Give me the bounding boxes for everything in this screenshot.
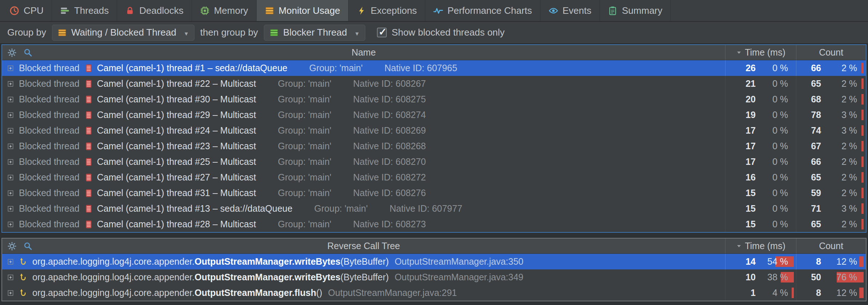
expander-plus-icon[interactable] bbox=[7, 143, 14, 150]
count-percent-cell: 3 % bbox=[831, 201, 866, 216]
tab-events[interactable]: Events bbox=[541, 0, 600, 21]
time-percent-cell: 0 % bbox=[761, 123, 796, 138]
blocked-thread-row[interactable]: Blocked threadCamel (camel-1) thread #31… bbox=[2, 185, 866, 201]
blocked-thread-icon bbox=[85, 204, 92, 213]
blocked-thread-row[interactable]: Blocked threadCamel (camel-1) thread #30… bbox=[2, 92, 866, 107]
expander-plus-icon[interactable] bbox=[7, 290, 14, 296]
thread-kind-label: Blocked thread bbox=[19, 188, 80, 198]
blocked-thread-row[interactable]: Blocked threadCamel (camel-1) thread #28… bbox=[2, 216, 866, 232]
group-by-combo[interactable]: Waiting / Blocked Thread bbox=[52, 25, 194, 41]
tab-memory[interactable]: Memory bbox=[192, 0, 257, 21]
thread-row-name-cell: Blocked threadCamel (camel-1) thread #23… bbox=[2, 141, 725, 151]
percent-bar bbox=[861, 172, 864, 183]
blocked-thread-row[interactable]: Blocked threadCamel (camel-1) thread #13… bbox=[2, 201, 866, 216]
count-percent-cell: 2 % bbox=[831, 138, 866, 154]
then-group-by-combo[interactable]: Blocker Thread bbox=[264, 25, 365, 41]
count-percent-cell: 2 % bbox=[831, 60, 866, 76]
method-name: OutputStreamManager.flush bbox=[194, 288, 316, 298]
expander-plus-icon[interactable] bbox=[7, 274, 14, 281]
tab-monitor-usage[interactable]: Monitor Usage bbox=[257, 0, 349, 21]
checkbox-icon[interactable] bbox=[377, 28, 387, 37]
time-column-header[interactable]: Time (ms) bbox=[725, 45, 796, 60]
thread-name: Camel (camel-1) thread #24 – Multicast bbox=[97, 125, 256, 136]
tab-performance-charts[interactable]: Performance Charts bbox=[425, 0, 541, 21]
expander-plus-icon[interactable] bbox=[7, 206, 14, 212]
blocked-thread-row[interactable]: Blocked threadCamel (camel-1) thread #24… bbox=[2, 123, 866, 138]
then-group-by-combo-value: Blocker Thread bbox=[283, 27, 347, 38]
expander-plus-icon[interactable] bbox=[7, 221, 14, 228]
name-column-header[interactable]: Name bbox=[2, 47, 725, 58]
time-column-header[interactable]: Time (ms) bbox=[725, 239, 796, 253]
call-tree-row[interactable]: org.apache.logging.log4j.core.appender.O… bbox=[2, 269, 866, 285]
events-eye-icon bbox=[548, 6, 558, 16]
tab-label: Deadlocks bbox=[139, 5, 183, 16]
count-value-cell: 8 bbox=[796, 285, 831, 301]
blocked-thread-row[interactable]: Blocked threadCamel (camel-1) thread #1 … bbox=[2, 60, 866, 76]
expander-plus-icon[interactable] bbox=[7, 112, 14, 118]
blocked-thread-row[interactable]: Blocked threadCamel (camel-1) thread #29… bbox=[2, 107, 866, 123]
thread-kind-label: Blocked thread bbox=[19, 78, 80, 89]
blocked-thread-row[interactable]: Blocked threadCamel (camel-1) thread #25… bbox=[2, 154, 866, 170]
chevron-down-icon bbox=[351, 27, 360, 38]
blocked-thread-icon bbox=[85, 111, 92, 119]
method-package: org.apache.logging.log4j.core.appender. bbox=[32, 272, 194, 282]
blocked-thread-icon bbox=[85, 173, 92, 182]
expander-plus-icon[interactable] bbox=[7, 127, 14, 134]
search-icon[interactable] bbox=[23, 241, 32, 251]
thread-name: Camel (camel-1) thread #31 – Multicast bbox=[97, 188, 256, 198]
count-column-header[interactable]: Count bbox=[796, 239, 866, 253]
expander-plus-icon[interactable] bbox=[7, 190, 14, 196]
expander-plus-icon[interactable] bbox=[7, 174, 14, 181]
count-value-cell: 50 bbox=[796, 269, 831, 285]
thread-native-id: Native ID: 607977 bbox=[390, 203, 462, 214]
tab-deadlocks[interactable]: Deadlocks bbox=[117, 0, 192, 21]
time-value-cell: 20 bbox=[725, 92, 761, 107]
percent-bar bbox=[859, 288, 864, 298]
method-package: org.apache.logging.log4j.core.appender. bbox=[32, 256, 194, 267]
tab-exceptions[interactable]: Exceptions bbox=[349, 0, 425, 21]
count-column-label: Count bbox=[819, 241, 843, 251]
blocked-thread-row[interactable]: Blocked threadCamel (camel-1) thread #22… bbox=[2, 76, 866, 92]
count-column-header[interactable]: Count bbox=[796, 45, 866, 60]
percent-bar bbox=[861, 156, 864, 167]
blocked-thread-icon bbox=[85, 158, 92, 166]
expander-plus-icon[interactable] bbox=[7, 259, 14, 265]
thread-row-name-cell: Blocked threadCamel (camel-1) thread #27… bbox=[2, 172, 725, 183]
count-value-cell: 74 bbox=[796, 123, 831, 138]
count-percent-cell: 2 % bbox=[831, 76, 866, 92]
thread-native-id: Native ID: 608275 bbox=[353, 94, 426, 105]
settings-gear-icon[interactable] bbox=[7, 48, 17, 57]
tab-threads[interactable]: Threads bbox=[52, 0, 117, 21]
time-percent-cell: 4 % bbox=[761, 285, 796, 301]
expander-plus-icon[interactable] bbox=[7, 159, 14, 165]
exceptions-bolt-icon bbox=[357, 6, 366, 16]
call-tree-row[interactable]: org.apache.logging.log4j.core.appender.O… bbox=[2, 254, 866, 269]
expander-plus-icon[interactable] bbox=[7, 96, 14, 103]
expander-plus-icon[interactable] bbox=[7, 65, 14, 72]
thread-kind-label: Blocked thread bbox=[19, 172, 80, 183]
show-blocked-threads-only-checkbox[interactable]: Show blocked threads only bbox=[377, 27, 505, 38]
percent-bar bbox=[861, 78, 864, 89]
thread-name: Camel (camel-1) thread #28 – Multicast bbox=[97, 219, 256, 229]
call-tree-row[interactable]: org.apache.logging.log4j.core.appender.O… bbox=[2, 285, 866, 301]
count-value-cell: 71 bbox=[796, 201, 831, 216]
time-percent-cell: 38 % bbox=[761, 269, 796, 285]
call-tree-header: Reverse Call Tree Time (ms) Count bbox=[2, 239, 866, 254]
view-tabbar: CPU Threads Deadlocks Memory Monitor Usa… bbox=[0, 0, 868, 22]
tab-label: Threads bbox=[74, 5, 109, 16]
tab-summary[interactable]: Summary bbox=[600, 0, 671, 21]
thread-group: Group: 'main' bbox=[278, 141, 331, 151]
blocked-thread-row[interactable]: Blocked threadCamel (camel-1) thread #23… bbox=[2, 138, 866, 154]
count-column-label: Count bbox=[819, 47, 843, 58]
thread-kind-label: Blocked thread bbox=[19, 110, 80, 120]
time-value-cell: 17 bbox=[725, 154, 761, 170]
threads-table-body: Blocked threadCamel (camel-1) thread #1 … bbox=[2, 60, 866, 232]
thread-group: Group: 'main' bbox=[278, 78, 331, 89]
tab-cpu[interactable]: CPU bbox=[1, 0, 52, 21]
thread-name: Camel (camel-1) thread #30 – Multicast bbox=[97, 94, 256, 105]
settings-gear-icon[interactable] bbox=[7, 241, 17, 251]
blocked-thread-row[interactable]: Blocked threadCamel (camel-1) thread #27… bbox=[2, 170, 866, 185]
search-icon[interactable] bbox=[23, 48, 32, 57]
expander-plus-icon[interactable] bbox=[7, 81, 14, 87]
memory-chip-icon bbox=[200, 6, 210, 16]
